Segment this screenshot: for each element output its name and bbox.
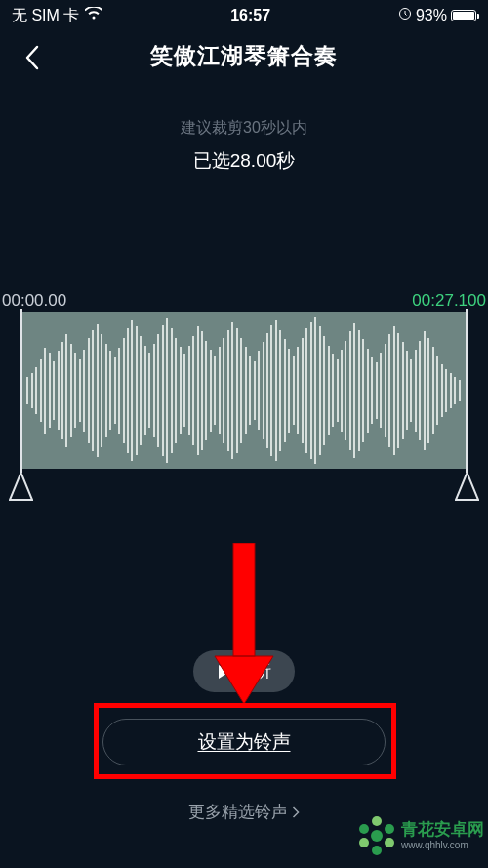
svg-point-4 <box>372 816 382 826</box>
play-icon <box>217 664 230 680</box>
handle-grip-icon <box>455 473 479 504</box>
watermark-brand: 青花安卓网 <box>401 821 484 840</box>
handle-grip-icon <box>9 473 33 504</box>
page-title: 笑傲江湖琴箫合奏 <box>150 41 338 71</box>
trim-handle-left[interactable] <box>20 309 22 473</box>
status-bar: 无 SIM 卡 16:57 93% <box>0 0 488 31</box>
trim-handle-right[interactable] <box>466 309 468 473</box>
svg-point-6 <box>385 838 394 847</box>
waveform-display <box>21 312 467 469</box>
preview-label: 试听 <box>238 660 271 682</box>
lock-icon <box>398 7 412 24</box>
status-time: 16:57 <box>230 7 270 24</box>
svg-point-3 <box>371 830 383 842</box>
end-time-label: 00:27.100 <box>412 291 488 310</box>
more-ringtones-label: 更多精选铃声 <box>188 801 288 823</box>
svg-point-5 <box>385 824 394 834</box>
battery-percent: 93% <box>416 7 447 24</box>
watermark-logo-icon <box>356 815 397 856</box>
svg-point-9 <box>359 824 369 834</box>
start-time-label: 00:00.00 <box>0 291 66 310</box>
set-ringtone-label: 设置为铃声 <box>198 729 291 755</box>
battery-icon <box>451 10 476 21</box>
svg-rect-2 <box>233 543 255 656</box>
back-button[interactable] <box>18 43 47 72</box>
waveform-editor[interactable] <box>0 312 488 469</box>
chevron-left-icon <box>24 45 40 70</box>
time-labels: 00:00.00 00:27.100 <box>0 291 488 310</box>
status-right: 93% <box>398 7 476 24</box>
preview-button[interactable]: 试听 <box>193 650 295 692</box>
carrier-label: 无 SIM 卡 <box>12 6 79 26</box>
wifi-icon <box>85 7 102 24</box>
watermark: 青花安卓网 www.qhhlv.com <box>356 815 484 856</box>
set-ringtone-button[interactable]: 设置为铃声 <box>102 719 386 765</box>
trim-hint: 建议裁剪30秒以内 <box>0 118 488 139</box>
chevron-right-icon <box>292 806 301 819</box>
selected-duration: 已选28.00秒 <box>0 148 488 174</box>
svg-rect-1 <box>233 543 255 656</box>
nav-bar: 笑傲江湖琴箫合奏 <box>0 31 488 89</box>
more-ringtones-link[interactable]: 更多精选铃声 <box>188 801 301 823</box>
svg-point-8 <box>359 838 369 847</box>
svg-point-7 <box>372 846 382 855</box>
status-left: 无 SIM 卡 <box>12 6 102 26</box>
watermark-url: www.qhhlv.com <box>401 840 484 850</box>
